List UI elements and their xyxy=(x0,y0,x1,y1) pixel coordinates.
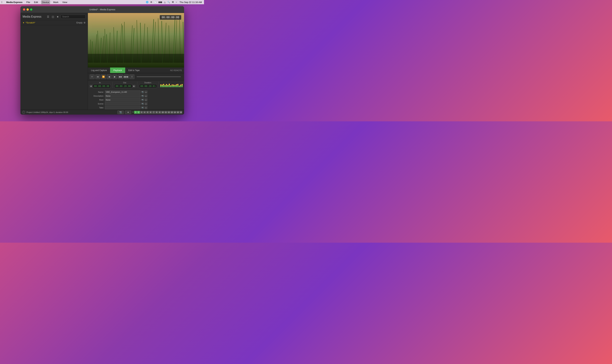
meta-scene-input[interactable] xyxy=(105,102,140,105)
menu-datetime: Thu Sep 22 11:16 AM xyxy=(179,0,203,4)
close-button[interactable] xyxy=(23,8,25,11)
transport-play-btn[interactable]: ▶ xyxy=(112,74,117,79)
meta-desc-input[interactable] xyxy=(105,94,140,98)
menu-mark[interactable]: Mark xyxy=(53,0,59,4)
scratch-arrow-icon: ▼ xyxy=(23,22,25,24)
transport-scrubber[interactable] xyxy=(136,76,181,77)
menu-file[interactable]: File xyxy=(26,0,31,4)
meta-scene-label: Scene: xyxy=(90,103,104,105)
transport-eject-btn[interactable]: ⇧ xyxy=(129,74,135,79)
timecode-overlay: 00:00:00:00 xyxy=(160,15,181,20)
meta-desc-clip-btn[interactable]: 📷 xyxy=(141,94,144,97)
channel-12[interactable]: 12 xyxy=(167,111,170,114)
scratch-status: Empty xyxy=(77,22,82,24)
tab-edit-tape[interactable]: Edit to Tape xyxy=(125,67,143,73)
meter-3 xyxy=(163,84,164,87)
meta-reel-clip-btn[interactable]: 📷 xyxy=(141,98,144,101)
in-prev-btn[interactable]: ◀ xyxy=(90,85,92,87)
duration-value-row: 00:00:20:01 xyxy=(139,84,157,88)
channel-16[interactable]: 16 xyxy=(179,111,182,114)
menu-search-icon[interactable]: 🔍 xyxy=(167,1,170,3)
channel-1[interactable]: 1 xyxy=(134,111,137,114)
meta-take-up-btn[interactable]: ▲ xyxy=(145,106,148,109)
meta-name-input[interactable] xyxy=(105,91,140,94)
panel-title: Media Express xyxy=(23,15,41,18)
status-info-icon: i xyxy=(22,111,25,114)
audio-meters xyxy=(159,82,184,88)
favorites-icon[interactable]: ★ xyxy=(56,15,60,18)
meter-2 xyxy=(162,85,163,87)
meta-reel-label: Reel: xyxy=(90,99,104,101)
channel-10[interactable]: 10 xyxy=(161,111,164,114)
meta-scene-up-btn[interactable]: ▲ xyxy=(145,102,148,105)
scratch-settings-icon[interactable]: ⚙ xyxy=(84,22,85,24)
window-title: Untitled* - Media Express xyxy=(89,8,115,11)
out-timecode: 00:00:20:00 xyxy=(114,84,132,88)
channel-5[interactable]: 5 xyxy=(146,111,149,114)
tab-log-capture[interactable]: Log and Capture xyxy=(88,67,110,73)
menubar-left:  Media Express File Edit Device Mark Vi… xyxy=(1,0,68,4)
apple-logo[interactable]:  xyxy=(1,1,2,3)
timecode-in-group: In: ◀ 00:00:00:00 xyxy=(88,82,113,88)
grid-view-icon[interactable]: ◫ xyxy=(51,15,55,18)
timecode-out-group: Out: 00:00:20:00 ▶ xyxy=(113,82,137,88)
transport-rewind-btn[interactable]: ◀ xyxy=(107,74,112,79)
meta-take-input[interactable] xyxy=(105,106,140,109)
meter-14 xyxy=(179,86,180,87)
meta-desc-icons: 📷 ▲ xyxy=(141,94,148,97)
channel-15[interactable]: 15 xyxy=(177,111,179,114)
channel-2[interactable]: 2 xyxy=(137,111,140,114)
transport-loop-btn[interactable]: ♾ xyxy=(90,74,95,79)
meta-name-up-btn[interactable]: ▲ xyxy=(145,91,148,93)
meta-row-take: Take: 📷 ▲ xyxy=(88,106,184,110)
menu-siri-icon[interactable]: ○ xyxy=(176,1,177,3)
menu-clock-icon: 🕐 xyxy=(154,1,157,3)
meta-row-scene: Scene: 📷 ▲ xyxy=(88,102,184,106)
meta-take-clip-btn[interactable]: 📷 xyxy=(141,106,144,109)
menu-media-express[interactable]: Media Express xyxy=(5,0,23,4)
transport-controls: ♾ ⏮ ⏪ ◀ ▶ ▶▶ ▶▶▶ ⇧ xyxy=(88,73,184,80)
left-content xyxy=(20,25,88,115)
menu-edit[interactable]: Edit xyxy=(33,0,39,4)
channel-6[interactable]: 6 xyxy=(149,111,152,114)
menu-view[interactable]: View xyxy=(62,0,68,4)
meter-7 xyxy=(169,84,170,87)
meter-5 xyxy=(166,84,167,87)
channel-8[interactable]: 8 xyxy=(155,111,158,114)
meta-scene-icons: 📷 ▲ xyxy=(141,102,148,105)
meta-row-description: Description: 📷 ▲ xyxy=(88,94,184,98)
menu-control-center-icon[interactable]: ⌘ xyxy=(172,1,174,3)
status-camera-button[interactable]: 📷 xyxy=(117,110,124,114)
out-label: Out: xyxy=(123,82,126,84)
channel-4[interactable]: 4 xyxy=(143,111,146,114)
meta-take-label: Take: xyxy=(90,107,104,109)
meta-reel-up-btn[interactable]: ▲ xyxy=(145,98,148,101)
status-star-button[interactable]: ★ xyxy=(125,110,131,114)
transport-goto-end-btn[interactable]: ▶▶▶ xyxy=(124,74,129,79)
channel-14[interactable]: 14 xyxy=(173,111,176,114)
out-next-btn[interactable]: ▶ xyxy=(133,85,135,87)
tab-playback[interactable]: Playback xyxy=(110,67,125,73)
in-label: In: xyxy=(99,82,101,84)
channel-13[interactable]: 13 xyxy=(170,111,173,114)
content-area: Media Express ☰ ◫ ★ ▼ *Scratch* Empty ⚙ xyxy=(20,13,184,115)
channel-3[interactable]: 3 xyxy=(140,111,143,114)
channel-11[interactable]: 11 xyxy=(164,111,167,114)
meta-scene-clip-btn[interactable]: 📷 xyxy=(141,102,144,105)
timecode-panel: In: ◀ 00:00:00:00 Out: 00:00:20:00 ▶ Dur… xyxy=(88,80,184,89)
meta-reel-input[interactable] xyxy=(105,98,140,102)
search-input[interactable] xyxy=(61,15,85,19)
meta-desc-up-btn[interactable]: ▲ xyxy=(145,94,148,97)
channel-7[interactable]: 7 xyxy=(152,111,155,114)
channel-9[interactable]: 9 xyxy=(158,111,161,114)
transport-goto-start-btn[interactable]: ⏮ xyxy=(95,74,100,79)
meter-9 xyxy=(172,84,173,87)
list-view-icon[interactable]: ☰ xyxy=(46,15,50,18)
maximize-button[interactable] xyxy=(30,8,32,11)
menu-device[interactable]: Device xyxy=(41,0,50,4)
transport-step-back-btn[interactable]: ⏪ xyxy=(101,74,106,79)
transport-fast-forward-btn[interactable]: ▶▶ xyxy=(118,74,123,79)
duration-timecode: 00:00:20:01 xyxy=(139,84,157,88)
minimize-button[interactable] xyxy=(27,8,29,11)
meta-name-clip-btn[interactable]: 📷 xyxy=(141,91,144,93)
